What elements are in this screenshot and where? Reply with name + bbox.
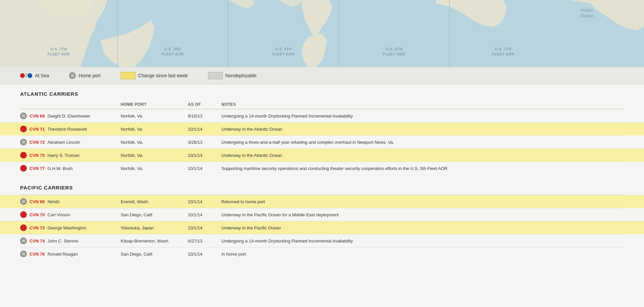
atlantic-carriers-section: ATLANTIC CARRIERS HOME PORT AS OF NOTES … [20,91,624,175]
cvn-number: CVN 74 [30,238,45,244]
carrier-name-cell: H CVN 68 Nimitz [20,198,121,205]
home-port-text: Norfolk, Va. [121,140,188,145]
as-of-text: 10/1/14 [188,225,221,230]
sea-status-icon [20,165,27,172]
table-row: H CVN 74 John C. Stennis Kitsap-Bremerto… [20,234,624,247]
cvn-number: CVN 72 [30,140,45,145]
at-sea-icons: / [20,73,32,79]
notes-text: Undergoing a three-and-a-half year refue… [221,140,624,145]
home-port-text: Norfolk, Va. [121,166,188,171]
atlantic-table-headers: HOME PORT AS OF NOTES [20,101,624,108]
as-of-text: 10/1/14 [188,127,221,132]
change-label: Change since last week [138,73,188,78]
slash-divider: / [25,73,27,79]
as-of-text: 3/28/13 [188,140,221,145]
red-dot-icon [20,73,25,78]
notes-text: Undergoing a 14-month Drydocking Planned… [221,114,624,119]
table-row: H CVN 76 Ronald Reagan San Diego, Calif.… [20,247,624,260]
table-row: CVN 77 G.H.W. Bush Norfolk, Va. 10/1/14 … [20,162,624,175]
blue-dot-icon [28,73,32,78]
pacific-carriers-section: PACIFIC CARRIERS H CVN 68 Nimitz Everett… [20,185,624,260]
table-row: H CVN 69 Dwight D. Eisenhower Norfolk, V… [20,109,624,122]
carrier-name-cell: CVN 70 Carl Vinson [20,211,121,218]
cvn-number: CVN 70 [30,212,45,217]
as-of-text: 10/1/14 [188,166,221,171]
home-port-label: Home port [78,73,100,78]
notes-col-header: NOTES [221,102,624,107]
home-status-icon: H [20,237,27,244]
cvn-number: CVN 76 [30,252,45,257]
ship-name: George Washington [48,225,86,230]
notes-text: In home port [221,252,624,257]
as-of-text: 10/1/14 [188,153,221,158]
as-of-col-header: AS OF [188,102,221,107]
home-port-text: San Diego, Calif. [121,252,188,257]
svg-text:Ocean: Ocean [580,13,594,18]
sea-status-icon [20,211,27,218]
home-port-text: Kitsap-Bremerton, Wash. [121,238,188,244]
table-row: CVN 73 George Washington Yokosuka, Japan… [0,221,644,234]
svg-text:Indian: Indian [581,7,593,13]
svg-text:FLEET AOR: FLEET AOR [162,52,184,56]
ship-name: Theodore Roosevelt [48,127,87,132]
notes-text: Underway in the Atlantic Ocean [221,153,624,158]
carrier-name-cell: H CVN 76 Ronald Reagan [20,251,121,257]
cvn-number: CVN 75 [30,153,45,158]
notes-text: Supporting maritime security operations … [221,166,624,171]
as-of-text: 10/1/14 [188,199,221,204]
cvn-number: CVN 71 [30,127,45,132]
carrier-name-cell: H CVN 69 Dwight D. Eisenhower [20,113,121,119]
ship-name: Carl Vinson [48,212,70,217]
ship-name: Ronald Reagan [48,252,78,257]
cvn-number: CVN 68 [30,199,45,204]
at-sea-legend: / At Sea [20,73,49,79]
table-row: CVN 70 Carl Vinson San Diego, Calif. 10/… [20,208,624,221]
home-status-icon: H [20,139,27,145]
cvn-number: CVN 69 [30,114,45,119]
cvn-number: CVN 77 [30,166,45,171]
change-box-icon [121,72,136,79]
as-of-text: 10/1/14 [188,252,221,257]
home-status-icon: H [20,251,27,257]
table-row: H CVN 72 Abraham Lincoln Norfolk, Va. 3/… [20,135,624,148]
home-port-text: Norfolk, Va. [121,127,188,132]
home-status-icon: H [20,198,27,205]
home-port-text: Yokosuka, Japan [121,225,188,230]
svg-text:FLEET AOR: FLEET AOR [492,52,514,56]
as-of-text: 10/1/14 [188,212,221,217]
carrier-name-cell: CVN 77 G.H.W. Bush [20,165,121,172]
cvn-number: CVN 73 [30,225,45,230]
home-port-text: San Diego, Calif. [121,212,188,217]
home-port-col-header: HOME PORT [121,102,188,107]
svg-text:U.S. 4TH: U.S. 4TH [275,47,291,51]
home-port-text: Everett, Wash. [121,199,188,204]
svg-text:U.S. 7TH: U.S. 7TH [495,47,511,51]
map-svg: U.S. 7TH FLEET AOR U.S. 3RD FLEET AOR U.… [0,0,644,67]
section-gap [20,175,624,185]
carrier-name-cell: H CVN 72 Abraham Lincoln [20,139,121,145]
notes-text: Returned to home port [221,199,624,204]
carrier-name-cell: CVN 73 George Washington [20,224,121,231]
ship-name: Harry S. Truman [48,153,79,158]
sea-status-icon [20,126,27,132]
nondeployable-box-icon [208,72,223,79]
carrier-name-cell: CVN 71 Theodore Roosevelt [20,126,121,132]
notes-text: Underway in the Pacific Ocean [221,225,624,230]
svg-text:U.S. 7TH: U.S. 7TH [50,47,67,51]
svg-text:FLEET AOR: FLEET AOR [48,52,70,56]
change-legend: Change since last week [121,72,188,79]
svg-text:U.S. 3RD: U.S. 3RD [164,47,181,51]
map-section: U.S. 7TH FLEET AOR U.S. 3RD FLEET AOR U.… [0,0,644,67]
sea-status-icon [20,224,27,231]
svg-text:FLEET AOR: FLEET AOR [272,52,294,56]
notes-text: Underway in the Atlantic Ocean [221,127,624,132]
home-port-text: Norfolk, Va. [121,114,188,119]
as-of-text: 9/10/13 [188,114,221,119]
home-port-text: Norfolk, Va. [121,153,188,158]
pacific-section-title: PACIFIC CARRIERS [20,185,624,192]
nondeployable-legend: Nondeployable [208,72,257,79]
ship-name: G.H.W. Bush [48,166,73,171]
legend-section: / At Sea H Home port Change since last w… [0,67,644,84]
notes-text: Undergoing a 14-month Drydocking Planned… [221,238,624,244]
home-port-icon: H [69,72,76,79]
